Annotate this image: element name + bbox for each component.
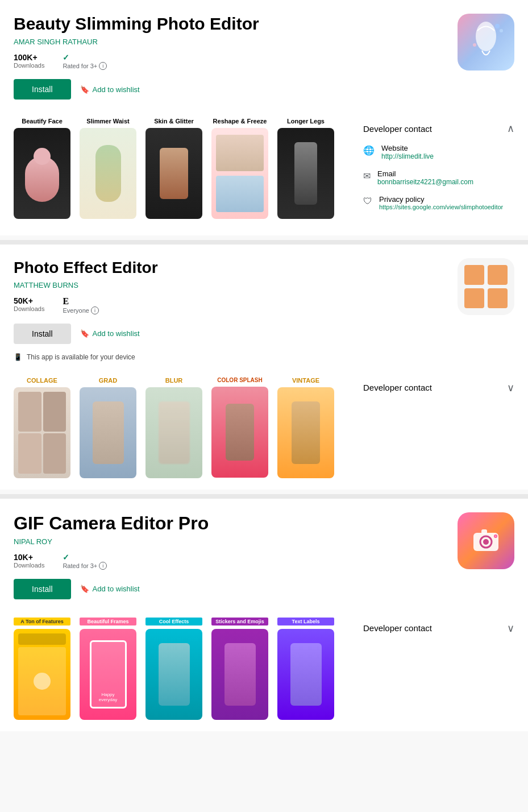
- screenshots-gif-camera: A Ton of Features Beautiful Frames Ha: [14, 618, 350, 720]
- wishlist-button-beauty[interactable]: 🔖 Add to wishlist: [80, 85, 140, 94]
- section-divider-2: [0, 494, 528, 499]
- app-icon-beauty[interactable]: [458, 14, 514, 71]
- screenshot-img-4-photo-effect: [211, 387, 268, 478]
- screenshot-label-5-gif-camera: Text Labels: [277, 618, 334, 625]
- rating-check-icon: ✓: [63, 53, 69, 62]
- screenshot-img-2-gif-camera: Happyeveryday: [80, 629, 136, 720]
- dev-contact-email-text-beauty: Email bonnbarriseitz4221@gmail.com: [377, 169, 473, 186]
- section-divider-1: [0, 240, 528, 245]
- developer-contact-beauty: Developer contact ∧ 🌐 Website http://sli…: [350, 118, 514, 224]
- screenshot-img-3-gif-camera: [145, 629, 202, 720]
- screenshot-img-3-photo-effect: [145, 387, 202, 478]
- website-value-beauty[interactable]: http://slimedit.live: [381, 152, 434, 160]
- screenshot-img-1-beauty: [14, 128, 70, 219]
- app-stats-beauty: 100K+ Downloads ✓ Rated for 3+ i: [14, 53, 448, 70]
- chevron-down-icon-photo-effect: ∨: [507, 382, 514, 394]
- screenshot-2-photo-effect: GRAD: [80, 377, 136, 478]
- rating-badge-photo-effect: E: [63, 296, 69, 306]
- app-title-photo-effect: Photo Effect Editor: [14, 258, 448, 277]
- app-author-photo-effect[interactable]: Matthew Burns: [14, 281, 448, 289]
- bookmark-icon-photo-effect: 🔖: [80, 329, 89, 338]
- app-author-beauty[interactable]: AMAR SINGH RATHAUR: [14, 38, 448, 46]
- screenshot-5-gif-camera: Text Labels: [277, 618, 334, 720]
- icon-tile-1: [464, 265, 484, 285]
- info-icon-beauty[interactable]: i: [99, 62, 107, 70]
- icon-gif-inner: [458, 512, 514, 569]
- app-stats-photo-effect: 50K+ Downloads E Everyone i: [14, 296, 448, 314]
- screenshot-img-3-beauty: [145, 128, 202, 219]
- screenshot-4-photo-effect: COLOR SPLASH: [211, 377, 268, 478]
- screenshots-devcontact-gif-camera: A Ton of Features Beautiful Frames Ha: [14, 618, 514, 731]
- screenshot-label-3-gif-camera: Cool Effects: [145, 618, 202, 625]
- svg-point-10: [494, 535, 497, 537]
- app-author-gif-camera[interactable]: NIPAL ROY: [14, 537, 448, 546]
- svg-point-7: [483, 539, 489, 545]
- screenshots-devcontact-photo-effect: COLLAGE GRAD: [14, 377, 514, 490]
- screenshots-beauty: Beautify Face Slimmer Waist: [14, 118, 350, 219]
- stat-downloads-photo-effect: 50K+ Downloads: [14, 296, 44, 314]
- privacy-icon-beauty: 🛡: [363, 196, 372, 206]
- developer-contact-header-gif-camera[interactable]: Developer contact ∨: [363, 618, 514, 639]
- install-button-beauty[interactable]: Install: [14, 79, 71, 100]
- screenshot-img-4-gif-camera: [211, 629, 268, 720]
- screenshot-label-4-gif-camera: Stickers and Emojis: [211, 618, 268, 625]
- screenshot-label-3-beauty: Skin & Glitter: [145, 118, 202, 125]
- beauty-icon-svg: [466, 19, 506, 65]
- app-icon-photo-effect[interactable]: [458, 258, 514, 315]
- screenshot-img-5-gif-camera: [277, 629, 334, 720]
- svg-rect-8: [481, 529, 487, 534]
- developer-contact-label-gif-camera: Developer contact: [363, 623, 432, 633]
- stat-value-downloads-photo-effect: 50K+: [14, 296, 44, 305]
- developer-contact-photo-effect: Developer contact ∨: [350, 377, 514, 399]
- app-section-gif-camera: GIF Camera Editor Pro NIPAL ROY 10K+ Dow…: [0, 499, 528, 731]
- dev-contact-website-text-beauty: Website http://slimedit.live: [381, 144, 434, 160]
- privacy-value-beauty[interactable]: https://sites.google.com/view/slimphotoe…: [379, 204, 503, 210]
- app-stats-gif-camera: 10K+ Downloads ✓ Rated for 3+ i: [14, 553, 448, 570]
- screenshot-img-2-beauty: [80, 128, 136, 219]
- email-icon-beauty: ✉: [363, 171, 371, 181]
- chevron-up-icon-beauty: ∧: [507, 122, 514, 135]
- screenshot-label-5-beauty: Longer Legs: [277, 118, 334, 125]
- stat-rating-photo-effect: E Everyone i: [63, 296, 98, 314]
- stat-rating-gif-camera: ✓ Rated for 3+ i: [63, 553, 107, 570]
- developer-contact-label-photo-effect: Developer contact: [363, 383, 432, 392]
- stat-downloads-beauty: 100K+ Downloads: [14, 53, 44, 70]
- install-button-photo-effect[interactable]: Install: [14, 324, 71, 344]
- app-header-photo-effect: Photo Effect Editor Matthew Burns 50K+ D…: [14, 258, 514, 368]
- rated-info-beauty: Rated for 3+ i: [63, 62, 107, 70]
- screenshot-img-2-photo-effect: [80, 387, 136, 478]
- app-section-beauty: Beauty Slimming Photo Editor AMAR SINGH …: [0, 0, 528, 235]
- stat-value-rating-photo-effect: E: [63, 296, 98, 306]
- developer-contact-header-beauty[interactable]: Developer contact ∧: [363, 118, 514, 139]
- gif-camera-icon-svg: [469, 524, 503, 558]
- dev-contact-email-beauty: ✉ Email bonnbarriseitz4221@gmail.com: [363, 169, 514, 186]
- screenshot-label-3-photo-effect: BLUR: [145, 377, 202, 384]
- bookmark-icon-gif-camera: 🔖: [80, 585, 89, 593]
- icon-photo-effect-inner: [458, 258, 514, 315]
- info-icon-photo-effect[interactable]: i: [91, 306, 99, 314]
- install-button-gif-camera[interactable]: Install: [14, 579, 71, 599]
- screenshot-3-beauty: Skin & Glitter: [145, 118, 202, 219]
- app-actions-photo-effect: Install 🔖 Add to wishlist: [14, 324, 448, 344]
- screenshot-label-2-photo-effect: GRAD: [80, 377, 136, 384]
- screenshots-devcontact-beauty: Beautify Face Slimmer Waist: [14, 118, 514, 235]
- app-header-left-beauty: Beauty Slimming Photo Editor AMAR SINGH …: [14, 14, 448, 109]
- info-icon-gif-camera[interactable]: i: [99, 562, 107, 570]
- screenshot-2-gif-camera: Beautiful Frames Happyeveryday: [80, 618, 136, 720]
- email-value-beauty[interactable]: bonnbarriseitz4221@gmail.com: [377, 178, 473, 186]
- screenshot-img-5-beauty: [277, 128, 334, 219]
- app-icon-gif-camera[interactable]: [458, 512, 514, 569]
- svg-point-3: [473, 43, 476, 47]
- privacy-label-beauty: Privacy policy: [379, 195, 503, 204]
- screenshot-1-gif-camera: A Ton of Features: [14, 618, 70, 720]
- wishlist-button-photo-effect[interactable]: 🔖 Add to wishlist: [80, 329, 140, 338]
- app-header-gif-camera: GIF Camera Editor Pro NIPAL ROY 10K+ Dow…: [14, 512, 514, 608]
- wishlist-button-gif-camera[interactable]: 🔖 Add to wishlist: [80, 585, 140, 593]
- stat-value-downloads-gif-camera: 10K+: [14, 553, 44, 562]
- developer-contact-header-photo-effect[interactable]: Developer contact ∨: [363, 377, 514, 399]
- email-label-beauty: Email: [377, 169, 473, 178]
- rating-check-icon-gif: ✓: [63, 553, 69, 562]
- screenshots-photo-effect: COLLAGE GRAD: [14, 377, 350, 478]
- dev-contact-website-beauty: 🌐 Website http://slimedit.live: [363, 144, 514, 160]
- rated-info-gif-camera: Rated for 3+ i: [63, 562, 107, 570]
